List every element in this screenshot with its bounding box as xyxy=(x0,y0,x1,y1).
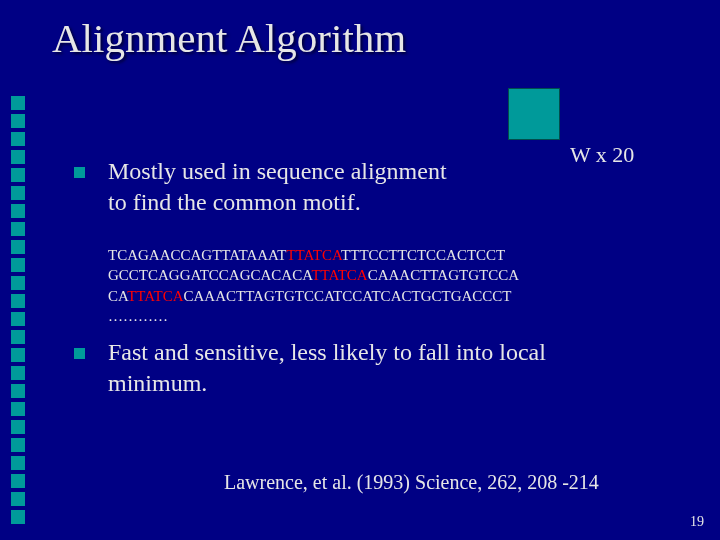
bullet-1-line1: Mostly used in sequence alignment xyxy=(108,158,447,184)
bullet-icon xyxy=(74,167,85,178)
decorative-strip xyxy=(0,0,36,540)
sequence-block: TCAGAACCAGTTATAAATTTATCATTTCCTTCTCCACTCC… xyxy=(108,245,519,326)
bullet-icon xyxy=(74,348,85,359)
bullet-2: Fast and sensitive, less likely to fall … xyxy=(108,337,546,398)
slide-title: Alignment Algorithm xyxy=(52,14,406,62)
bullet-2-line1: Fast and sensitive, less likely to fall … xyxy=(108,339,546,365)
page-number: 19 xyxy=(690,514,704,530)
bullet-1-line2: to find the common motif. xyxy=(108,189,361,215)
bullet-2-line2: minimum. xyxy=(108,370,207,396)
matrix-label: W x 20 xyxy=(570,142,634,168)
bullet-1: Mostly used in sequence alignment to fin… xyxy=(108,156,447,217)
citation: Lawrence, et al. (1993) Science, 262, 20… xyxy=(224,471,599,494)
matrix-box xyxy=(508,88,560,140)
